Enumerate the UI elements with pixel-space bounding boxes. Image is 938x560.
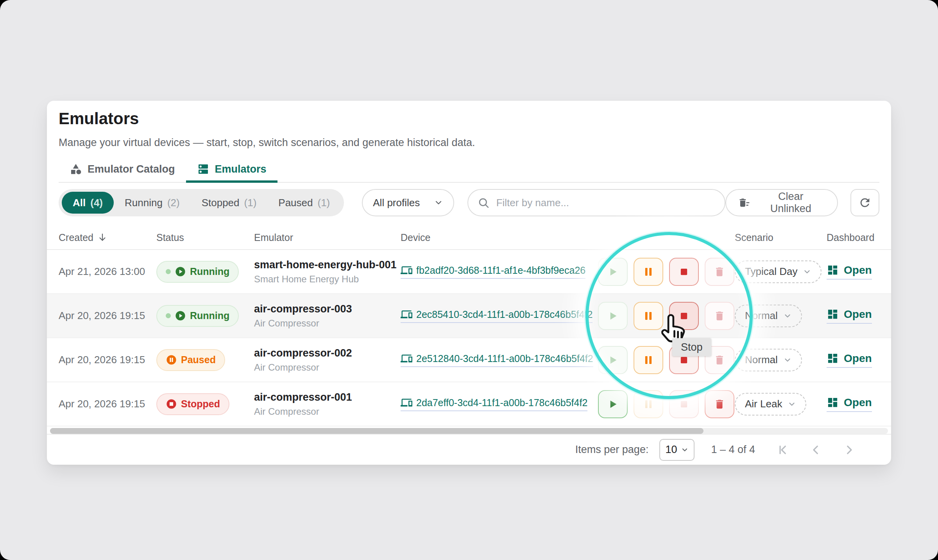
status-badge: Stopped: [156, 393, 229, 415]
actions-cell: [598, 302, 735, 330]
start-button[interactable]: [598, 258, 628, 286]
dns-icon: [197, 163, 209, 175]
chevron-down-icon: [788, 400, 796, 408]
device-id: 2e512840-3cd4-11f1-a00b-178c46b5f4f2: [416, 353, 593, 364]
dashboard-icon: [827, 396, 839, 408]
app-frame: Emulators Manage your virtual devices — …: [0, 0, 938, 560]
emulator-cell: air-compressor-003 Air Compressor: [254, 303, 401, 329]
toolbar: All (4) Running (2) Stopped (1) Paused (…: [59, 189, 879, 216]
search-input[interactable]: [496, 196, 715, 209]
chevron-down-icon: [783, 312, 792, 320]
tab-emulators[interactable]: Emulators: [186, 158, 277, 183]
start-button[interactable]: [598, 302, 628, 330]
filter-chip-paused[interactable]: Paused (1): [267, 192, 341, 214]
dashboard-open-link[interactable]: Open: [827, 264, 872, 280]
items-per-page-select[interactable]: 10: [659, 439, 695, 461]
dashboard-icon: [827, 308, 839, 320]
emulator-name: air-compressor-002: [254, 347, 401, 359]
column-header-device[interactable]: Device: [401, 232, 598, 243]
page-title: Emulators: [59, 109, 139, 128]
start-button[interactable]: [598, 390, 628, 418]
chevron-down-icon: [783, 356, 792, 364]
filter-chip-all[interactable]: All (4): [62, 192, 114, 214]
trash-icon: [714, 310, 725, 322]
column-header-status[interactable]: Status: [156, 232, 254, 243]
created-cell: Apr 20, 2026 19:15: [59, 398, 156, 410]
page-subtitle: Manage your virtual devices — start, sto…: [59, 137, 475, 149]
category-icon: [70, 163, 82, 175]
scenario-cell: Air Leak: [735, 393, 827, 416]
pagination-bar: Items per page: 10 1 – 4 of 4: [47, 434, 891, 465]
devices-icon: [401, 397, 412, 408]
delete-button[interactable]: [705, 258, 734, 286]
search-icon: [478, 197, 489, 209]
table-row: Apr 20, 2026 19:15 Paused air-compressor…: [47, 338, 891, 382]
chevron-right-icon[interactable]: [843, 444, 855, 456]
tab-label: Emulator Catalog: [88, 163, 175, 175]
scenario-cell: Normal: [735, 305, 827, 327]
play-circle-icon: [175, 266, 186, 277]
profiles-select[interactable]: All profiles: [362, 189, 454, 216]
scenario-cell: Normal: [735, 349, 827, 371]
device-id: 2ec85410-3cd4-11f1-a00b-178c46b5f4f2: [416, 309, 593, 320]
column-header-dashboard[interactable]: Dashboard: [827, 232, 879, 243]
scenario-select[interactable]: Normal: [735, 305, 802, 327]
status-dot: [166, 269, 171, 274]
devices-icon: [401, 264, 412, 276]
filter-chip-running[interactable]: Running (2): [114, 192, 191, 214]
scenario-value: Normal: [745, 354, 778, 366]
emulator-cell: air-compressor-001 Air Compressor: [254, 391, 401, 417]
pause-button[interactable]: [634, 302, 663, 330]
delete-sweep-icon: [739, 196, 751, 209]
pause-button[interactable]: [634, 258, 663, 286]
emulator-name: smart-home-energy-hub-001: [254, 259, 401, 271]
tab-emulator-catalog[interactable]: Emulator Catalog: [59, 158, 186, 183]
start-button[interactable]: [598, 346, 628, 374]
emulator-type: Air Compressor: [254, 318, 401, 329]
dashboard-cell: Open: [827, 352, 879, 368]
delete-button[interactable]: [705, 390, 734, 418]
device-cell: 2ec85410-3cd4-11f1-a00b-178c46b5f4f2: [401, 309, 598, 323]
column-header-emulator[interactable]: Emulator: [254, 232, 401, 243]
status-cell: Stopped: [156, 393, 254, 415]
emulator-cell: smart-home-energy-hub-001 Smart Home Ene…: [254, 259, 401, 285]
column-header-created[interactable]: Created: [59, 232, 156, 243]
scenario-select[interactable]: Air Leak: [735, 393, 806, 416]
device-id: fb2adf20-3d68-11f1-af1e-4bf3bf9eca26: [416, 265, 585, 276]
device-link[interactable]: 2da7eff0-3cd4-11f1-a00b-178c46b5f4f2: [401, 397, 587, 411]
stop-button[interactable]: [669, 258, 699, 286]
clear-unlinked-button[interactable]: Clear Unlinked: [725, 189, 838, 216]
pause-button[interactable]: [634, 346, 663, 374]
scenario-select[interactable]: Normal: [735, 349, 802, 371]
horizontal-scrollbar[interactable]: [50, 428, 888, 434]
stop-button[interactable]: [669, 302, 699, 330]
actions-cell: [598, 390, 735, 418]
dashboard-open-link[interactable]: Open: [827, 352, 872, 368]
scrollbar-thumb[interactable]: [50, 428, 704, 434]
dashboard-open-link[interactable]: Open: [827, 308, 872, 324]
pause-button[interactable]: [634, 390, 663, 418]
scenario-select[interactable]: Typical Day: [735, 260, 822, 283]
trash-icon: [714, 398, 725, 410]
device-link[interactable]: 2e512840-3cd4-11f1-a00b-178c46b5f4f2: [401, 353, 593, 367]
stop-tooltip: Stop: [672, 338, 711, 356]
emulator-type: Air Compressor: [254, 406, 401, 417]
status-label: Paused: [181, 354, 216, 366]
dashboard-cell: Open: [827, 264, 879, 280]
chevron-left-icon[interactable]: [810, 444, 822, 456]
trash-icon: [714, 266, 725, 278]
filter-chip-stopped[interactable]: Stopped (1): [191, 192, 268, 214]
column-header-scenario[interactable]: Scenario: [735, 232, 827, 243]
scenario-value: Air Leak: [745, 398, 782, 410]
stop-button[interactable]: [669, 390, 699, 418]
emulator-type: Air Compressor: [254, 362, 401, 373]
device-link[interactable]: 2ec85410-3cd4-11f1-a00b-178c46b5f4f2: [401, 309, 593, 323]
refresh-button[interactable]: [850, 189, 880, 216]
delete-button[interactable]: [705, 302, 734, 330]
dashboard-open-link[interactable]: Open: [827, 396, 872, 412]
device-link[interactable]: fb2adf20-3d68-11f1-af1e-4bf3bf9eca26: [401, 264, 585, 279]
pause-icon: [643, 398, 654, 410]
device-cell: fb2adf20-3d68-11f1-af1e-4bf3bf9eca26: [401, 264, 598, 279]
first-page-icon[interactable]: [777, 444, 789, 456]
status-label: Running: [190, 310, 229, 321]
